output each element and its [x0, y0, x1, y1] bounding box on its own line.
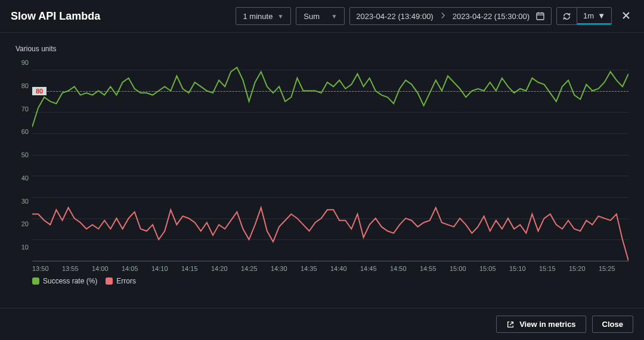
- plot-area[interactable]: 80: [32, 59, 628, 261]
- x-axis: 13:5013:5514:0014:0514:1014:1514:2014:25…: [32, 265, 628, 272]
- chart-lines: [32, 59, 628, 261]
- footer: View in metrics Close: [0, 308, 644, 340]
- y-axis: 908070605040302010: [16, 59, 32, 261]
- caret-down-icon: ▼: [331, 13, 337, 20]
- legend-label: Errors: [116, 277, 136, 285]
- chart-area: Various units 908070605040302010 80 13:5…: [0, 33, 644, 291]
- page-title: Slow API Lambda: [11, 10, 100, 23]
- y-axis-title: Various units: [16, 45, 628, 53]
- x-tick: 14:35: [301, 265, 330, 272]
- header-controls: 1 minute ▼ Sum ▼ 2023-04-22 (13:49:00) 2…: [236, 7, 633, 25]
- close-icon: [621, 11, 631, 20]
- y-tick: 80: [16, 82, 29, 89]
- y-tick: 20: [16, 220, 29, 227]
- x-tick: 15:15: [539, 265, 569, 272]
- close-label: Close: [602, 320, 623, 329]
- x-tick: 14:20: [211, 265, 241, 272]
- y-tick: 40: [16, 174, 29, 182]
- x-tick: 14:05: [122, 265, 151, 272]
- x-tick: 14:55: [420, 265, 450, 272]
- chart-wrap: 908070605040302010 80: [16, 59, 628, 261]
- close-button[interactable]: [619, 10, 633, 23]
- x-tick: 15:20: [569, 265, 599, 272]
- calendar-icon: [535, 11, 545, 21]
- caret-down-icon: ▼: [597, 11, 605, 20]
- date-range-picker[interactable]: 2023-04-22 (13:49:00) 2023-04-22 (15:30:…: [349, 7, 552, 25]
- view-in-metrics-label: View in metrics: [519, 320, 575, 329]
- x-tick: 13:50: [32, 265, 62, 272]
- x-tick: 14:30: [271, 265, 301, 272]
- x-tick: 14:10: [151, 265, 181, 272]
- x-tick: 14:00: [92, 265, 122, 272]
- x-tick: 14:15: [181, 265, 211, 272]
- y-tick: 30: [16, 198, 29, 205]
- y-tick: 70: [16, 105, 29, 113]
- statistic-select[interactable]: Sum ▼: [296, 7, 345, 25]
- refresh-button[interactable]: [557, 8, 577, 24]
- series-line: [32, 67, 628, 127]
- period-value: 1 minute: [243, 12, 273, 21]
- x-tick: 15:10: [509, 265, 539, 272]
- statistic-value: Sum: [304, 12, 320, 21]
- series-line: [32, 208, 628, 261]
- legend-label: Success rate (%): [43, 277, 97, 285]
- y-tick: 50: [16, 151, 29, 158]
- arrow-right-icon: [439, 12, 447, 21]
- range-start: 2023-04-22 (13:49:00): [356, 12, 433, 21]
- y-tick: 60: [16, 128, 29, 135]
- x-tick: 14:40: [330, 265, 360, 272]
- legend-swatch: [106, 277, 113, 285]
- x-tick: 13:55: [62, 265, 92, 272]
- x-tick: 15:00: [450, 265, 479, 272]
- y-tick: 90: [16, 59, 29, 66]
- refresh-interval-select[interactable]: 1m ▼: [577, 8, 611, 24]
- view-in-metrics-button[interactable]: View in metrics: [496, 316, 586, 333]
- y-tick: 10: [16, 244, 29, 251]
- legend: Success rate (%)Errors: [32, 277, 628, 285]
- external-link-icon: [506, 320, 515, 329]
- close-footer-button[interactable]: Close: [592, 316, 633, 333]
- header: Slow API Lambda 1 minute ▼ Sum ▼ 2023-04…: [0, 0, 644, 33]
- x-tick: 15:05: [479, 265, 509, 272]
- period-select[interactable]: 1 minute ▼: [236, 7, 292, 25]
- x-tick: 15:25: [599, 265, 628, 272]
- x-tick: 14:25: [241, 265, 271, 272]
- legend-item[interactable]: Errors: [106, 277, 136, 285]
- refresh-icon: [562, 12, 571, 21]
- range-end: 2023-04-22 (15:30:00): [453, 12, 530, 21]
- refresh-group: 1m ▼: [556, 7, 612, 25]
- x-tick: 14:45: [360, 265, 390, 272]
- svg-rect-0: [537, 13, 544, 20]
- caret-down-icon: ▼: [277, 13, 283, 20]
- legend-item[interactable]: Success rate (%): [32, 277, 97, 285]
- refresh-interval-value: 1m: [583, 11, 594, 20]
- legend-swatch: [32, 277, 39, 285]
- x-tick: 14:50: [390, 265, 420, 272]
